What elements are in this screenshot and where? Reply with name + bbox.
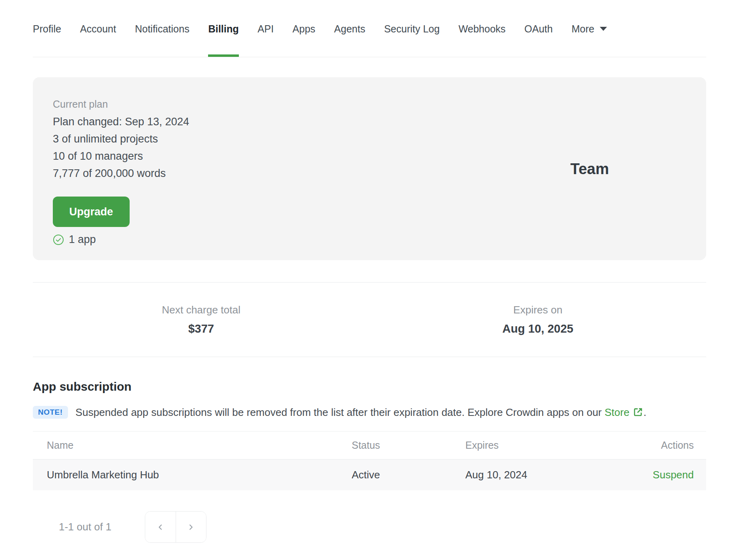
projects-usage: 3 of unlimited projects bbox=[53, 130, 686, 148]
tab-profile[interactable]: Profile bbox=[33, 22, 61, 57]
next-charge-block: Next charge total $377 bbox=[33, 304, 370, 336]
tab-api[interactable]: API bbox=[258, 22, 274, 57]
apps-included-note: 1 app bbox=[53, 233, 686, 246]
pagination: 1-1 out of 1 bbox=[33, 511, 706, 543]
billing-summary: Next charge total $377 Expires on Aug 10… bbox=[33, 282, 706, 357]
tab-more-label: More bbox=[571, 22, 594, 35]
column-header-status: Status bbox=[352, 440, 465, 451]
store-link[interactable]: Store bbox=[605, 406, 643, 418]
tab-oauth[interactable]: OAuth bbox=[525, 22, 553, 57]
expires-on-value: Aug 10, 2025 bbox=[370, 321, 707, 336]
settings-tabs: Profile Account Notifications Billing AP… bbox=[33, 0, 706, 57]
app-subscription-title: App subscription bbox=[33, 379, 706, 394]
table-row: Umbrella Marketing Hub Active Aug 10, 20… bbox=[33, 460, 706, 490]
tab-billing[interactable]: Billing bbox=[208, 22, 238, 57]
note-text-body: Suspended app subscriptions will be remo… bbox=[76, 406, 605, 418]
tab-webhooks[interactable]: Webhooks bbox=[459, 22, 506, 57]
pagination-controls bbox=[145, 511, 206, 543]
tab-agents[interactable]: Agents bbox=[334, 22, 365, 57]
subscription-status: Active bbox=[352, 469, 465, 481]
billing-settings-page: Profile Account Notifications Billing AP… bbox=[0, 0, 739, 560]
expires-on-label: Expires on bbox=[370, 304, 707, 316]
tab-more[interactable]: More bbox=[571, 22, 607, 57]
current-plan-label: Current plan bbox=[53, 98, 686, 110]
chevron-down-icon bbox=[600, 27, 607, 31]
tab-security-log[interactable]: Security Log bbox=[384, 22, 440, 57]
tab-account[interactable]: Account bbox=[80, 22, 116, 57]
previous-page-button[interactable] bbox=[145, 512, 176, 542]
plan-changed-date: Plan changed: Sep 13, 2024 bbox=[53, 113, 686, 130]
tab-apps[interactable]: Apps bbox=[292, 22, 315, 57]
column-header-name: Name bbox=[47, 440, 352, 451]
note-suffix: . bbox=[643, 406, 646, 418]
subscription-name: Umbrella Marketing Hub bbox=[47, 469, 352, 481]
current-plan-card: Current plan Plan changed: Sep 13, 2024 … bbox=[33, 77, 706, 260]
check-circle-icon bbox=[53, 234, 64, 245]
next-charge-label: Next charge total bbox=[33, 304, 370, 316]
chevron-right-icon bbox=[186, 523, 195, 532]
suspend-link[interactable]: Suspend bbox=[653, 469, 694, 481]
column-header-expires: Expires bbox=[465, 440, 661, 451]
note-badge: NOTE! bbox=[33, 406, 68, 419]
table-header-row: Name Status Expires Actions bbox=[33, 432, 706, 460]
subscription-expires: Aug 10, 2024 bbox=[465, 469, 653, 481]
apps-included-label: 1 app bbox=[69, 233, 96, 246]
chevron-left-icon bbox=[156, 523, 165, 532]
plan-name: Team bbox=[571, 160, 609, 177]
next-page-button[interactable] bbox=[176, 512, 206, 542]
next-charge-value: $377 bbox=[33, 321, 370, 336]
store-link-label: Store bbox=[605, 406, 629, 418]
tab-notifications[interactable]: Notifications bbox=[135, 22, 189, 57]
pagination-range-label: 1-1 out of 1 bbox=[59, 521, 112, 533]
column-header-actions: Actions bbox=[661, 440, 694, 451]
upgrade-button[interactable]: Upgrade bbox=[53, 197, 130, 227]
subscription-note: NOTE! Suspended app subscriptions will b… bbox=[33, 406, 706, 419]
expires-on-block: Expires on Aug 10, 2025 bbox=[370, 304, 707, 336]
note-text: Suspended app subscriptions will be remo… bbox=[76, 406, 647, 419]
subscriptions-table: Name Status Expires Actions Umbrella Mar… bbox=[33, 431, 706, 490]
external-link-icon bbox=[633, 407, 643, 417]
